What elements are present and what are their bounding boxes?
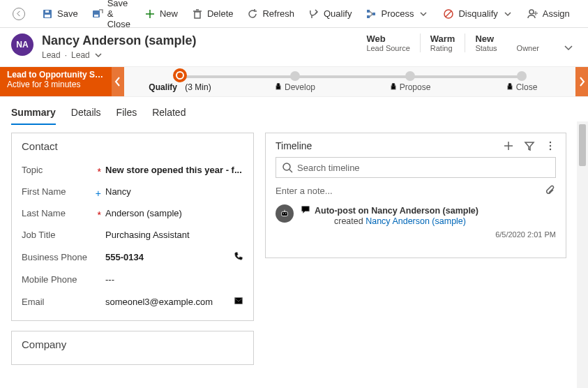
- field-business-phone[interactable]: Business Phone 555-0134: [22, 246, 243, 269]
- lock-icon: [506, 82, 513, 92]
- field-mobile-phone[interactable]: Mobile Phone ---: [22, 269, 243, 290]
- assign-label: Assign: [543, 8, 570, 19]
- tab-files[interactable]: Files: [116, 103, 137, 125]
- business-process-flow: Lead to Opportunity Sale... Active for 3…: [0, 66, 588, 97]
- svg-rect-10: [367, 10, 370, 13]
- timeline-note-input[interactable]: Enter a note...: [276, 185, 556, 196]
- company-section: Company: [11, 331, 254, 365]
- svg-rect-23: [276, 86, 280, 89]
- timeline-search[interactable]: Search timeline: [276, 157, 556, 178]
- svg-line-34: [289, 170, 292, 172]
- timeline-item[interactable]: Auto-post on Nancy Anderson (sample) cre…: [276, 204, 556, 239]
- header-expand-toggle[interactable]: [563, 42, 574, 56]
- svg-line-14: [370, 14, 372, 17]
- stage-dot-icon: [405, 71, 415, 81]
- save-label: Save: [57, 8, 78, 19]
- bot-icon: [276, 204, 294, 223]
- back-button[interactable]: [6, 0, 35, 28]
- svg-rect-11: [367, 15, 370, 18]
- bpf-stage-qualify[interactable]: Qualify (3 Min): [124, 67, 236, 92]
- process-label: Process: [381, 8, 414, 19]
- save-button[interactable]: Save: [35, 0, 85, 28]
- svg-rect-35: [282, 211, 288, 216]
- timeline-add-button[interactable]: [503, 140, 514, 151]
- tab-summary[interactable]: Summary: [11, 103, 56, 125]
- plus-icon: [144, 8, 156, 20]
- timeline-item-timestamp: 6/5/2020 2:01 PM: [301, 230, 556, 239]
- required-indicator-icon: *: [98, 209, 101, 221]
- timeline-title: Timeline: [276, 140, 312, 151]
- avatar: NA: [11, 33, 33, 56]
- form-tabs: Summary Details Files Related: [0, 97, 588, 126]
- person-icon: [527, 8, 538, 20]
- svg-point-30: [550, 142, 551, 143]
- paperclip-icon[interactable]: [545, 185, 556, 196]
- stage-dot-active-icon: [173, 68, 187, 82]
- chevron-down-icon: [418, 8, 429, 20]
- svg-point-31: [550, 145, 551, 147]
- bpf-next-button[interactable]: [575, 67, 588, 96]
- bpf-flow-name: Lead to Opportunity Sale...: [7, 70, 105, 80]
- process-button[interactable]: Process: [359, 0, 436, 28]
- timeline-search-placeholder: Search timeline: [297, 163, 360, 173]
- header-field-status[interactable]: New Status: [465, 33, 506, 52]
- delete-button[interactable]: Delete: [185, 0, 241, 28]
- bpf-active-duration: Active for 3 minutes: [7, 80, 105, 89]
- bpf-stage-develop[interactable]: Develop: [239, 67, 351, 92]
- chevron-down-icon: [502, 8, 513, 20]
- field-job-title[interactable]: Job Title Purchasing Assistant: [22, 224, 243, 246]
- svg-point-33: [283, 163, 290, 170]
- svg-rect-4: [94, 15, 98, 17]
- header-field-lead-source[interactable]: Web Lead Source: [356, 33, 419, 52]
- field-topic[interactable]: Topic* New store opened this year - f...: [22, 159, 243, 181]
- timeline-section: Timeline Search timeline Enter a note...…: [265, 133, 566, 258]
- timeline-item-action: created: [334, 216, 365, 226]
- message-icon: [301, 204, 310, 216]
- vertical-scrollbar[interactable]: [577, 121, 588, 388]
- bpf-stage-propose[interactable]: Propose: [354, 67, 466, 92]
- timeline-note-placeholder: Enter a note...: [276, 186, 333, 196]
- form-selector[interactable]: Lead: [71, 50, 104, 61]
- bpf-stage-close[interactable]: Close: [466, 67, 578, 92]
- overflow-menu[interactable]: [577, 7, 588, 20]
- save-icon: [42, 8, 53, 20]
- disqualify-button[interactable]: Disqualify: [436, 0, 520, 28]
- svg-rect-12: [372, 13, 375, 15]
- search-icon: [282, 162, 293, 173]
- lock-icon: [390, 82, 397, 92]
- svg-point-38: [285, 213, 286, 214]
- svg-line-16: [446, 11, 451, 17]
- field-last-name[interactable]: Last Name* Anderson (sample): [22, 202, 243, 224]
- tab-related[interactable]: Related: [152, 103, 186, 125]
- tab-details[interactable]: Details: [71, 103, 101, 125]
- scrollbar-thumb[interactable]: [579, 124, 586, 166]
- timeline-item-link[interactable]: Nancy Anderson (sample): [365, 216, 466, 226]
- mail-icon[interactable]: [234, 296, 243, 308]
- timeline-more-button[interactable]: [545, 140, 556, 151]
- timeline-filter-button[interactable]: [524, 140, 535, 151]
- qualify-button[interactable]: Qualify: [301, 0, 359, 28]
- section-title: Company: [22, 338, 243, 350]
- assign-button[interactable]: Assign: [520, 0, 577, 28]
- header-field-rating[interactable]: Warm Rating: [420, 33, 465, 52]
- field-first-name[interactable]: First Name+ Nancy: [22, 181, 243, 202]
- refresh-button[interactable]: Refresh: [240, 0, 301, 28]
- header-field-owner[interactable]: Owner: [507, 33, 549, 52]
- delete-label: Delete: [207, 8, 234, 19]
- save-close-button[interactable]: Save & Close: [85, 0, 137, 28]
- stage-dot-icon: [517, 71, 527, 81]
- field-email[interactable]: Email someonel3@example.com: [22, 290, 243, 313]
- bpf-active-stage-panel[interactable]: Lead to Opportunity Sale... Active for 3…: [0, 67, 112, 96]
- qualify-icon: [308, 8, 319, 20]
- section-title: Contact: [22, 140, 243, 152]
- refresh-icon: [247, 8, 258, 20]
- bpf-prev-button[interactable]: [112, 67, 124, 96]
- disqualify-label: Disqualify: [458, 8, 497, 19]
- save-close-icon: [92, 8, 103, 20]
- recommended-indicator-icon: +: [96, 188, 101, 199]
- svg-point-37: [283, 213, 284, 214]
- entity-label: Lead: [42, 50, 61, 60]
- chevron-down-icon: [563, 42, 574, 53]
- phone-icon[interactable]: [234, 251, 243, 263]
- new-button[interactable]: New: [137, 0, 185, 28]
